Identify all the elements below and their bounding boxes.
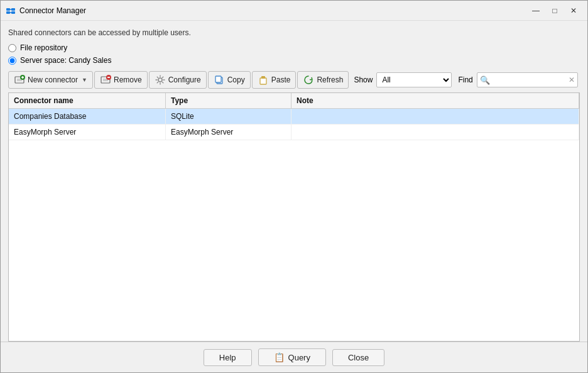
svg-rect-4 [11, 11, 15, 14]
query-icon: 📋 [274, 352, 285, 362]
title-button-group: — □ ✕ [527, 4, 582, 18]
configure-button[interactable]: Configure [149, 71, 207, 89]
maximize-button[interactable]: □ [546, 4, 564, 18]
app-icon [6, 6, 16, 16]
radio-server-space[interactable]: Server space: Candy Sales [8, 56, 580, 65]
refresh-icon [303, 74, 314, 86]
find-input-wrap: 🔍 ✕ [477, 72, 578, 87]
radio-group: File repository Server space: Candy Sale… [8, 43, 580, 65]
copy-label: Copy [227, 75, 245, 84]
new-connector-label: New connector [28, 75, 78, 84]
window-content: Shared connectors can be accessed by mul… [1, 21, 587, 342]
copy-button[interactable]: Copy [208, 71, 251, 89]
new-connector-button[interactable]: New connector ▼ [8, 71, 93, 89]
svg-rect-18 [260, 78, 266, 84]
configure-label: Configure [168, 75, 201, 84]
close-button[interactable]: Close [332, 349, 384, 366]
show-label: Show [354, 75, 373, 84]
radio-file-input[interactable] [8, 44, 16, 52]
radio-file-label: File repository [20, 43, 67, 52]
remove-icon [100, 74, 111, 86]
footer-bar: Help 📋 Query Close [1, 342, 587, 372]
col-header-name: Connector name [9, 93, 166, 108]
toolbar: New connector ▼ Remove [8, 71, 580, 89]
row1-note [291, 109, 579, 124]
svg-rect-1 [11, 8, 15, 11]
row1-type: SQLite [166, 109, 291, 124]
find-clear-icon[interactable]: ✕ [569, 75, 575, 84]
svg-point-15 [158, 78, 162, 82]
configure-icon [155, 74, 166, 86]
refresh-button[interactable]: Refresh [297, 71, 349, 89]
close-window-button[interactable]: ✕ [565, 4, 582, 18]
refresh-label: Refresh [317, 75, 343, 84]
search-icon: 🔍 [480, 75, 490, 85]
table-row[interactable]: EasyMorph Server EasyMorph Server [9, 125, 579, 140]
radio-server-label: Server space: Candy Sales [20, 56, 111, 65]
find-label: Find [458, 75, 472, 84]
title-bar: Connector Manager — □ ✕ [1, 1, 587, 21]
help-button[interactable]: Help [204, 349, 252, 366]
row2-name: EasyMorph Server [9, 125, 166, 140]
radio-file-repository[interactable]: File repository [8, 43, 580, 52]
connector-manager-window: Connector Manager — □ ✕ Shared connector… [0, 0, 588, 373]
connector-table: Connector name Type Note Companies Datab… [8, 92, 580, 342]
row2-note [291, 125, 579, 140]
paste-icon [258, 74, 269, 86]
svg-rect-0 [6, 8, 10, 11]
minimize-button[interactable]: — [527, 4, 545, 18]
help-label: Help [219, 353, 236, 362]
table-header: Connector name Type Note [9, 93, 579, 109]
col-header-note: Note [291, 93, 579, 108]
window-title: Connector Manager [19, 6, 527, 15]
row2-type: EasyMorph Server [166, 125, 291, 140]
row1-name: Companies Database [9, 109, 166, 124]
find-input[interactable] [492, 75, 567, 84]
close-label: Close [348, 353, 369, 362]
query-label: Query [288, 353, 310, 362]
radio-server-input[interactable] [8, 57, 16, 65]
subtitle-text: Shared connectors can be accessed by mul… [8, 28, 580, 37]
new-connector-icon [14, 74, 25, 86]
svg-rect-19 [261, 76, 265, 79]
svg-rect-17 [215, 76, 221, 82]
show-select[interactable]: All File Repository Server Space [376, 72, 452, 87]
remove-label: Remove [114, 75, 142, 84]
paste-button[interactable]: Paste [252, 71, 297, 89]
copy-icon [214, 74, 225, 86]
query-button[interactable]: 📋 Query [258, 348, 326, 366]
table-row[interactable]: Companies Database SQLite [9, 109, 579, 125]
col-header-type: Type [166, 93, 291, 108]
remove-button[interactable]: Remove [94, 71, 148, 89]
new-connector-dropdown-arrow: ▼ [82, 77, 87, 83]
svg-rect-3 [6, 11, 10, 14]
paste-label: Paste [271, 75, 291, 84]
